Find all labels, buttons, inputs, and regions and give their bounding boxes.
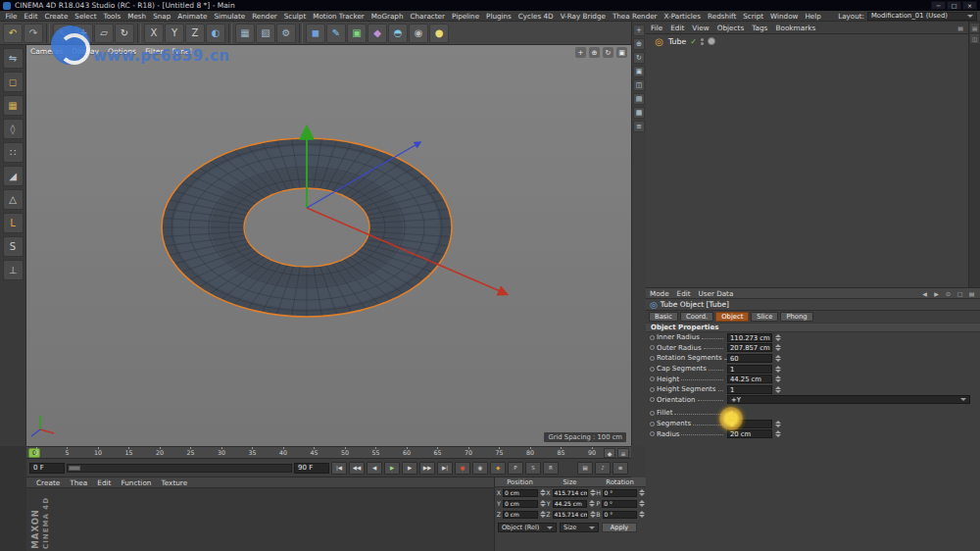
autokey-button[interactable]: ◉ (472, 462, 488, 475)
menu-script[interactable]: Script (740, 12, 767, 21)
menu-create[interactable]: Create (41, 12, 72, 21)
add-deformer-icon[interactable]: ◆ (368, 24, 387, 43)
rotation-segments-field[interactable]: 60 (727, 354, 772, 363)
attr-search-icon[interactable]: ⊙ (944, 289, 953, 298)
rotate-view-icon[interactable]: ↻ (603, 47, 613, 58)
tab-coord[interactable]: Coord. (680, 312, 713, 322)
toggle-view-icon[interactable]: ▣ (616, 47, 627, 58)
add-light-icon[interactable]: ● (429, 24, 449, 43)
height-field[interactable]: 44.25 cm (727, 375, 772, 383)
cap-segments-field[interactable]: 1 (727, 365, 772, 374)
enabled-check-icon[interactable]: ✓ (690, 37, 697, 46)
menu-motion-tracker[interactable]: Motion Tracker (310, 12, 368, 21)
menu-v-ray-bridge[interactable]: V-Ray Bridge (557, 12, 609, 21)
attr-forward-icon[interactable]: ▶ (932, 289, 941, 298)
next-key-button[interactable]: ▶▶ (419, 462, 435, 475)
render-picture-viewer-icon[interactable]: ▧ (256, 24, 275, 43)
polygons-mode-icon[interactable]: △ (3, 189, 24, 210)
points-mode-icon[interactable]: ∷ (3, 142, 24, 163)
restore-button[interactable]: □ (947, 1, 961, 10)
menu-mograph[interactable]: MoGraph (368, 12, 407, 21)
objects-menu-view[interactable]: View (692, 24, 709, 32)
goto-start-button[interactable]: |◀ (331, 462, 347, 475)
prev-key-button[interactable]: ◀◀ (349, 462, 365, 475)
model-mode-icon[interactable]: ◻ (3, 72, 24, 92)
attr-lock-icon[interactable]: □ (956, 289, 964, 298)
spinner-down-icon[interactable] (775, 348, 781, 351)
prev-frame-button[interactable]: ◀ (367, 462, 382, 475)
view-move-icon[interactable]: + (633, 25, 645, 36)
spinner-down-icon[interactable] (775, 390, 781, 393)
spinner-up-icon[interactable] (775, 430, 781, 433)
texture-mode-icon[interactable]: ▦ (3, 95, 24, 116)
coords-rotation-p-field[interactable]: 0 ° (602, 500, 637, 508)
menu-redshift[interactable]: Redshift (705, 12, 740, 21)
segments-spinner[interactable] (775, 421, 781, 427)
menu-help[interactable]: Help (802, 12, 824, 21)
height-segments-spinner[interactable] (775, 386, 781, 393)
view-rotate-icon[interactable]: ↻ (633, 52, 645, 64)
frame-slider[interactable] (67, 464, 292, 473)
menu-sculpt[interactable]: Sculpt (280, 12, 309, 21)
visibility-dots[interactable] (701, 38, 704, 45)
rotate-tool-icon[interactable]: ↻ (115, 24, 134, 43)
attr-back-icon[interactable]: ◀ (920, 289, 929, 298)
spinner-down-icon[interactable] (639, 515, 645, 518)
objects-menu-edit[interactable]: Edit (670, 24, 684, 32)
enable-axis-icon[interactable]: L (3, 213, 24, 233)
render-view-icon[interactable]: ▦ (235, 24, 255, 43)
coords-spinner[interactable] (639, 500, 645, 507)
outer-radius-field[interactable]: 207.857 cm (727, 343, 772, 352)
menu-mesh[interactable]: Mesh (124, 12, 150, 21)
spinner-up-icon[interactable] (775, 366, 781, 369)
redo-icon[interactable]: ↷ (24, 24, 43, 43)
close-button[interactable]: × (962, 1, 977, 10)
animation-dot-icon[interactable] (650, 422, 655, 426)
objects-menu-objects[interactable]: Objects (717, 24, 745, 32)
inner-radius-spinner[interactable] (775, 334, 781, 341)
spinner-up-icon[interactable] (775, 376, 781, 378)
coords-position-z-field[interactable]: 0 cm (503, 511, 538, 519)
record-position-button[interactable]: P (508, 462, 523, 475)
lock-z-axis-icon[interactable]: Z (185, 24, 205, 43)
view-options-icon[interactable]: ≡ (633, 121, 645, 132)
sound-toggle-button[interactable]: ♪ (595, 462, 611, 475)
goto-end-button[interactable]: ▶| (437, 462, 453, 475)
view-zoom-icon[interactable]: ⊕ (633, 38, 645, 50)
animation-dot-icon[interactable] (650, 367, 655, 372)
menu-window[interactable]: Window (767, 12, 802, 21)
cap-segments-spinner[interactable] (775, 366, 781, 373)
object-tree-item-tube[interactable]: ◎Tube✓ (646, 34, 968, 48)
lock-x-axis-icon[interactable]: X (144, 24, 164, 43)
animation-dot-icon[interactable] (650, 335, 655, 340)
animation-dot-icon[interactable] (650, 356, 655, 361)
menu-character[interactable]: Character (407, 12, 449, 21)
render-visibility-dot[interactable] (701, 42, 704, 45)
spinner-down-icon[interactable] (775, 425, 781, 427)
animation-dot-icon[interactable] (650, 431, 655, 436)
spinner-down-icon[interactable] (775, 370, 781, 373)
tab-slice[interactable]: Slice (751, 312, 778, 322)
spinner-down-icon[interactable] (639, 504, 645, 507)
layout-dropdown[interactable]: Modification_01 (Used) (867, 12, 977, 21)
spinner-up-icon[interactable] (775, 344, 781, 347)
render-settings-icon[interactable]: ⚙ (276, 24, 296, 43)
animation-dot-icon[interactable] (650, 387, 655, 392)
editor-visibility-dot[interactable] (701, 38, 704, 41)
coords-spinner[interactable] (639, 511, 645, 518)
add-generator-icon[interactable]: ▣ (347, 24, 367, 43)
lock-y-axis-icon[interactable]: Y (165, 24, 184, 43)
next-frame-button[interactable]: ▶ (402, 462, 417, 475)
tab-object[interactable]: Object (715, 312, 749, 322)
menu-animate[interactable]: Animate (174, 12, 211, 21)
spinner-down-icon[interactable] (639, 493, 645, 496)
material-menu-texture[interactable]: Texture (161, 478, 187, 487)
view-layout-icon[interactable]: ◫ (633, 79, 645, 91)
height-segments-field[interactable]: 1 (727, 385, 772, 394)
timeline-ruler[interactable]: 0 ◆≡ 05101520253035404550556065707580859… (26, 446, 631, 459)
animation-dot-icon[interactable] (650, 411, 655, 416)
menu-pipeline[interactable]: Pipeline (448, 12, 482, 21)
playback-mode-button[interactable]: ▤ (577, 462, 593, 475)
coords-position-y-field[interactable]: 0 cm (503, 500, 538, 508)
end-frame-field[interactable]: 90 F (294, 463, 329, 474)
